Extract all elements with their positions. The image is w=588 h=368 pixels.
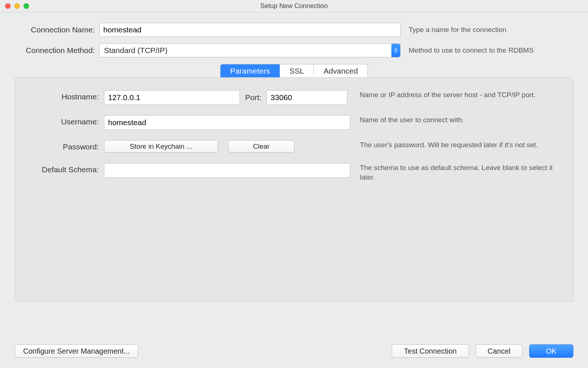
password-label: Password: [23, 140, 104, 151]
cancel-button[interactable]: Cancel [476, 344, 523, 358]
default-schema-input[interactable] [104, 163, 350, 178]
tab-ssl[interactable]: SSL [280, 64, 314, 78]
username-row: Username: Name of the user to connect wi… [23, 115, 565, 130]
window-title: Setup New Connection [0, 2, 588, 10]
connection-name-label: Connection Name: [15, 25, 99, 34]
configure-server-management-button[interactable]: Configure Server Management... [15, 344, 138, 358]
password-row: Password: Store in Keychain ... Clear Th… [23, 140, 565, 153]
test-connection-button[interactable]: Test Connection [392, 344, 469, 358]
username-hint: Name of the user to connect with. [350, 115, 565, 125]
default-schema-row: Default Schema: The schema to use as def… [23, 163, 565, 182]
connection-method-value: Standard (TCP/IP) [104, 46, 168, 55]
hostname-label: Hostname: [23, 90, 104, 101]
hostname-input[interactable] [104, 90, 240, 105]
username-label: Username: [23, 115, 104, 126]
parameters-panel: Hostname: Port: Name or IP address of th… [15, 77, 573, 302]
port-label: Port: [245, 93, 261, 102]
footer-buttons: Configure Server Management... Test Conn… [0, 344, 588, 358]
store-keychain-button[interactable]: Store in Keychain ... [104, 140, 218, 153]
tab-parameters[interactable]: Parameters [220, 64, 280, 78]
hostname-hint: Name or IP address of the server host - … [350, 90, 565, 100]
tab-advanced[interactable]: Advanced [314, 64, 367, 78]
username-input[interactable] [104, 115, 350, 130]
select-stepper-icon [391, 44, 400, 57]
connection-method-hint: Method to use to connect to the RDBMS [401, 46, 573, 54]
ok-button[interactable]: OK [529, 344, 573, 358]
default-schema-label: Default Schema: [23, 163, 104, 174]
clear-password-button[interactable]: Clear [228, 140, 294, 153]
tab-bar: Parameters SSL Advanced [15, 64, 573, 78]
connection-name-hint: Type a name for the connection [401, 26, 573, 34]
connection-method-row: Connection Method: Standard (TCP/IP) Met… [15, 43, 573, 57]
connection-name-input[interactable] [99, 23, 401, 37]
hostname-row: Hostname: Port: Name or IP address of th… [23, 90, 565, 105]
connection-method-select[interactable]: Standard (TCP/IP) [99, 43, 401, 57]
connection-name-row: Connection Name: Type a name for the con… [15, 23, 573, 37]
titlebar: Setup New Connection [0, 0, 588, 13]
tab-segment: Parameters SSL Advanced [220, 64, 368, 78]
port-input[interactable] [266, 90, 347, 105]
content-area: Connection Name: Type a name for the con… [0, 13, 588, 302]
password-hint: The user's password. Will be requested l… [350, 140, 565, 150]
connection-method-label: Connection Method: [15, 46, 99, 55]
default-schema-hint: The schema to use as default schema. Lea… [350, 163, 565, 182]
